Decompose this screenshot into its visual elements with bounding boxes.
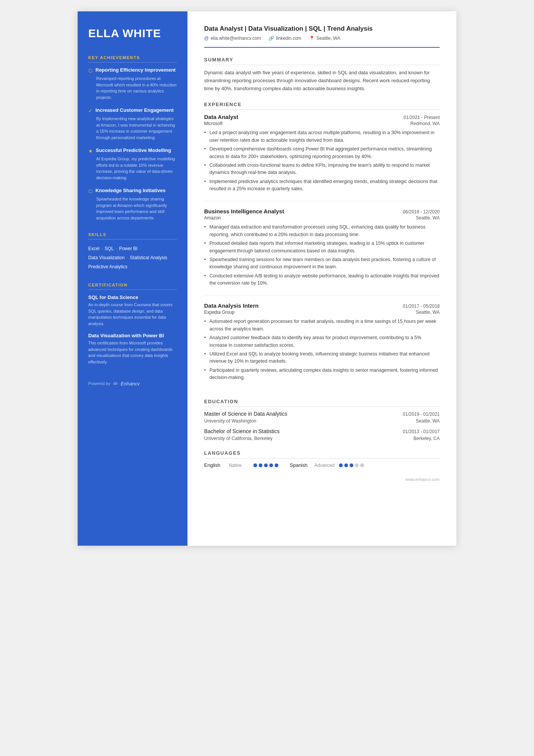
candidate-name: ELLA WHITE — [88, 27, 177, 40]
achievement-item: ⬡ Reporting Efficiency Improvement Revam… — [88, 67, 177, 100]
edu-school: University of California, Berkeley — [204, 436, 273, 441]
certification-section: CERTIFICATION SQL for Data Science An in… — [88, 283, 177, 365]
skill-separator: · — [125, 255, 129, 260]
edu-school: University of Washington — [204, 418, 256, 424]
location-icon: 📍 — [309, 36, 315, 41]
lang-dot — [344, 463, 348, 467]
exp-company: Amazon — [204, 215, 221, 221]
achievement-item: ✓ Increased Customer Engagement By imple… — [88, 107, 177, 141]
email-contact: @ ella.white@enhancv.com — [204, 36, 261, 41]
bullet: Spearheaded training sessions for new te… — [204, 256, 440, 271]
achievement-title: Increased Customer Engagement — [95, 107, 174, 114]
main-header: Data Analyst | Data Visualization | SQL … — [204, 25, 440, 48]
achievement-icon: ⬡ — [88, 188, 92, 194]
enhancv-brand: Enhancv — [121, 381, 140, 387]
education-item: Bachelor of Science in Statistics 01/201… — [204, 428, 440, 441]
lang-dot — [269, 463, 273, 467]
edu-date: 01/2019 - 01/2021 — [403, 412, 440, 417]
bullet: Utilized Excel and SQL to analyze bookin… — [204, 351, 440, 365]
exp-bullets: Led a project analyzing user engagement … — [204, 129, 440, 193]
job-title: Data Analyst | Data Visualization | SQL … — [204, 25, 440, 33]
bullet: Analyzed customer feedback data to ident… — [204, 334, 440, 349]
bullet: Managed data extraction and transformati… — [204, 224, 440, 238]
skills-section: SKILLS Excel · SQL · Power BI ·Data Visu… — [88, 232, 177, 271]
achievement-desc: At Expedia Group, my predictive modellin… — [96, 156, 177, 181]
lang-dot — [264, 463, 268, 467]
achievement-item: ⬡ Knowledge Sharing Initiatives Spearhea… — [88, 188, 177, 221]
resume-wrapper: ELLA WHITE KEY ACHIEVEMENTS ⬡ Reporting … — [78, 11, 456, 546]
linkedin-icon: 🔗 — [269, 36, 274, 41]
exp-company: Expedia Group — [204, 310, 234, 315]
lang-dot — [275, 463, 278, 467]
bullet: Automated report generation processes fo… — [204, 318, 440, 333]
skill-separator: · — [114, 246, 118, 251]
skill-tag: Statistical Analysis — [130, 255, 167, 260]
experience-item: Business Intelligence Analyst 06/2018 - … — [204, 208, 440, 296]
location-value: Seattle, WA — [317, 36, 340, 41]
education-item: Master of Science in Data Analytics 01/2… — [204, 411, 440, 424]
achievements-list: ⬡ Reporting Efficiency Improvement Revam… — [88, 67, 177, 221]
bullet: Led a project analyzing user engagement … — [204, 129, 440, 144]
exp-date: 06/2018 - 12/2020 — [403, 209, 440, 214]
edu-location: Berkeley, CA — [414, 436, 440, 441]
contact-row: @ ella.white@enhancv.com 🔗 linkedin.com … — [204, 36, 440, 41]
lang-level: Advanced — [314, 463, 335, 468]
exp-location: Seattle, WA — [416, 310, 440, 315]
experience-title: EXPERIENCE — [204, 102, 440, 110]
lang-level: Native — [229, 463, 250, 468]
skill-separator: · — [128, 264, 131, 269]
languages-section: LANGUAGES English Native Spanish Advance… — [204, 450, 440, 468]
lang-dots — [339, 463, 364, 467]
edu-degree: Master of Science in Data Analytics — [204, 411, 287, 417]
exp-bullets: Automated report generation processes fo… — [204, 318, 440, 381]
powered-by-label: Powered by — [88, 381, 110, 386]
bullet: Produced detailed data reports that info… — [204, 240, 440, 255]
sidebar: ELLA WHITE KEY ACHIEVEMENTS ⬡ Reporting … — [78, 11, 187, 546]
linkedin-value: linkedin.com — [276, 36, 301, 41]
skill-separator: · — [100, 246, 104, 251]
skills-title: SKILLS — [88, 232, 177, 239]
exp-job-title: Data Analysis Intern — [204, 302, 259, 309]
email-icon: @ — [204, 36, 209, 41]
exp-date: 01/2021 - Present — [404, 115, 440, 120]
lang-name: English — [204, 462, 225, 468]
skill-line: Excel · SQL · Power BI · — [88, 244, 177, 253]
email-value: ella.white@enhancv.com — [211, 36, 261, 41]
lang-dot — [360, 463, 364, 467]
achievement-icon: ✓ — [88, 108, 92, 114]
skill-tag: Excel — [88, 246, 99, 251]
location-contact: 📍 Seattle, WA — [309, 36, 340, 41]
achievement-title: Successful Predictive Modelling — [96, 147, 171, 154]
bullet: Conducted extensive A/B testing to analy… — [204, 272, 440, 287]
language-item: Spanish Advanced — [290, 462, 364, 468]
skills-list: Excel · SQL · Power BI ·Data Visualizati… — [88, 244, 177, 271]
skill-tag: Data Visualization — [88, 255, 125, 260]
cert-list: SQL for Data Science An in-depth course … — [88, 294, 177, 365]
edu-location: Seattle, WA — [416, 418, 440, 424]
achievement-title: Knowledge Sharing Initiatives — [95, 188, 166, 194]
lang-dots — [253, 463, 278, 467]
cert-title: CERTIFICATION — [88, 283, 177, 290]
exp-job-title: Business Intelligence Analyst — [204, 208, 284, 214]
exp-location: Seattle, WA — [416, 215, 440, 221]
powered-by-footer: Powered by ∞ Enhancv — [88, 380, 177, 387]
achievement-desc: Revamped reporting procedures at Microso… — [96, 75, 177, 100]
bullet: Collaborated with cross-functional teams… — [204, 162, 440, 177]
experience-item: Data Analyst 01/2021 - Present Microsoft… — [204, 114, 440, 201]
achievement-icon: ⬡ — [88, 68, 92, 74]
skill-line: Data Visualization · Statistical Analysi… — [88, 253, 177, 262]
lang-dot — [253, 463, 257, 467]
skill-tag: Predictive Analytics — [88, 264, 127, 269]
cert-item: Data Visualization with Power BI This ce… — [88, 333, 177, 365]
skill-separator: · — [138, 246, 141, 251]
language-item: English Native — [204, 462, 278, 468]
edu-date: 01/2013 - 01/2017 — [403, 429, 440, 434]
education-section: EDUCATION Master of Science in Data Anal… — [204, 399, 440, 441]
experience-item: Data Analysis Intern 01/2017 - 05/2018 E… — [204, 302, 440, 390]
experience-section: EXPERIENCE Data Analyst 01/2021 - Presen… — [204, 102, 440, 390]
cert-title: Data Visualization with Power BI — [88, 333, 177, 338]
exp-bullets: Managed data extraction and transformati… — [204, 224, 440, 287]
exp-location: Redmond, WA — [410, 121, 440, 126]
summary-text: Dynamic data analyst with five years of … — [204, 69, 440, 92]
cert-desc: This certification from Microsoft provid… — [88, 340, 177, 365]
